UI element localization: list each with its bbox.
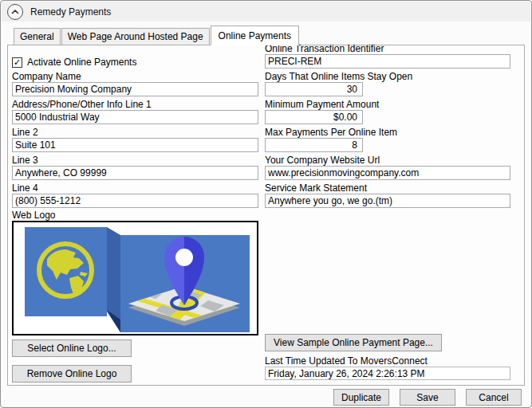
window-title: Remedy Payments [30,6,111,18]
activate-online-payments-label: Activate Online Payments [27,57,136,68]
address-line2-input[interactable] [12,138,258,152]
website-url-label: Your Company Website Url [265,155,510,166]
left-column: ✓ Activate Online Payments Company Name … [12,56,258,382]
address-line4-label: Line 4 [12,182,258,194]
days-open-group: Days That Online Items Stay Open [265,71,510,96]
website-url-input[interactable] [265,166,510,180]
cancel-button[interactable]: Cancel [466,389,522,406]
minimum-payment-group: Minimum Payment Amount [265,99,510,124]
right-bottom-cluster: View Sample Online Payment Page... Last … [265,334,510,380]
footer-button-row: Duplicate Save Cancel [333,389,522,406]
days-open-input[interactable] [265,82,363,96]
max-payments-group: Max Payments Per Online Item [265,127,510,152]
checkmark-icon: ✓ [14,58,21,67]
days-open-label: Days That Online Items Stay Open [265,71,510,82]
web-logo-label: Web Logo [12,210,258,221]
transaction-identifier-input[interactable] [265,54,510,69]
address-line3-label: Line 3 [12,155,258,166]
service-mark-group: Service Mark Statement [265,182,510,208]
transaction-identifier-group: Online Transaction Identifier [265,43,510,69]
minimum-payment-label: Minimum Payment Amount [265,99,510,110]
select-online-logo-button[interactable]: Select Online Logo... [12,339,132,357]
last-updated-label: Last Time Updated To MoversConnect [265,355,510,367]
collapse-button[interactable] [7,4,23,20]
tab-general[interactable]: General [14,28,61,45]
transaction-identifier-label: Online Transaction Identifier [265,43,510,54]
globe-map-pin-logo-icon [14,222,257,334]
address-line2-label: Line 2 [12,127,258,138]
company-logo-image [12,221,258,335]
minimum-payment-input[interactable] [265,110,363,124]
right-column: Online Transaction Identifier Days That … [265,43,510,208]
address-line4-input[interactable] [12,194,258,208]
address-line1-input[interactable] [12,110,258,124]
tab-web-page-around-hosted-page[interactable]: Web Page Around Hosted Page [61,28,210,45]
company-name-input[interactable] [12,82,258,96]
remedy-payments-window: Remedy Payments General Web Page Around … [0,0,532,408]
activate-online-payments-row: ✓ Activate Online Payments [12,56,258,69]
tab-online-payments[interactable]: Online Payments [211,26,299,45]
address-line2-group: Line 2 [12,127,258,152]
view-sample-payment-page-button[interactable]: View Sample Online Payment Page... [265,334,442,351]
tab-strip: General Web Page Around Hosted Page Onli… [14,26,300,45]
address-line3-input[interactable] [12,166,258,180]
max-payments-label: Max Payments Per Online Item [265,127,510,138]
save-button[interactable]: Save [400,389,455,406]
address-line4-group: Line 4 [12,182,258,208]
company-name-group: Company Name [12,71,258,96]
duplicate-button[interactable]: Duplicate [333,389,389,406]
titlebar: Remedy Payments [2,2,530,22]
remove-online-logo-button[interactable]: Remove Online Logo [12,365,132,382]
last-updated-field [265,367,510,380]
service-mark-input[interactable] [265,194,510,208]
company-name-label: Company Name [12,71,258,82]
website-url-group: Your Company Website Url [265,155,510,180]
max-payments-input[interactable] [265,138,363,152]
service-mark-label: Service Mark Statement [265,182,510,194]
chevron-up-icon [10,7,20,17]
address-line3-group: Line 3 [12,155,258,180]
address-line1-group: Address/Phone/Other Info Line 1 [12,99,258,124]
address-line1-label: Address/Phone/Other Info Line 1 [12,99,258,110]
activate-online-payments-checkbox[interactable]: ✓ [12,57,22,68]
